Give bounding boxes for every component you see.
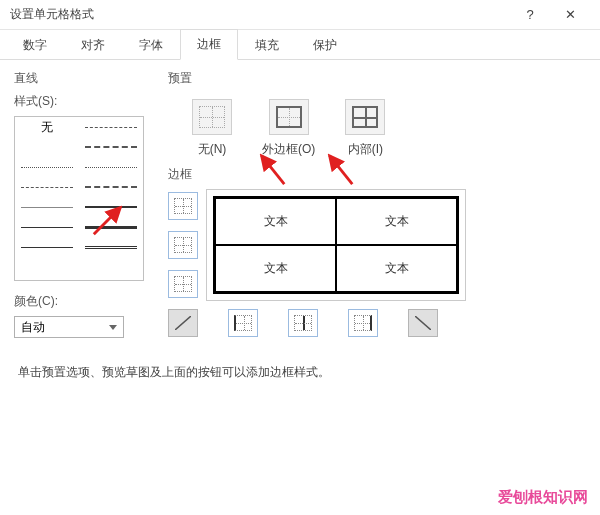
preview-cell: 文本 [336,245,457,292]
diagonal-up-icon [175,316,191,330]
preview-cell: 文本 [215,198,336,245]
color-value: 自动 [21,319,45,336]
preset-none-button[interactable] [192,99,232,135]
border-diag-up-button[interactable] [168,309,198,337]
tab-border[interactable]: 边框 [180,29,238,60]
tab-bar: 数字 对齐 字体 边框 填充 保护 [0,30,600,60]
preview-cell: 文本 [215,245,336,292]
border-vmiddle-button[interactable] [288,309,318,337]
preset-section-label: 预置 [168,70,586,87]
titlebar: 设置单元格格式 ? ✕ [0,0,600,30]
color-label: 颜色(C): [14,293,154,310]
border-bottom-button[interactable] [168,270,198,298]
border-section-label: 边框 [168,166,586,183]
tab-fill[interactable]: 填充 [238,30,296,60]
preset-inside-button[interactable] [345,99,385,135]
help-button[interactable]: ? [510,7,550,22]
style-none-label: 无 [41,119,53,136]
line-section-label: 直线 [14,70,154,87]
style-label: 样式(S): [14,93,154,110]
close-button[interactable]: ✕ [550,7,590,22]
tab-number[interactable]: 数字 [6,30,64,60]
tab-alignment[interactable]: 对齐 [64,30,122,60]
color-dropdown[interactable]: 自动 [14,316,124,338]
tab-font[interactable]: 字体 [122,30,180,60]
border-diag-down-button[interactable] [408,309,438,337]
diagonal-down-icon [415,316,431,330]
preset-inside-label: 内部(I) [348,141,383,158]
border-preview[interactable]: 文本 文本 文本 文本 [206,189,466,301]
help-text: 单击预置选项、预览草图及上面的按钮可以添加边框样式。 [0,338,600,381]
preset-outline-label: 外边框(O) [262,141,315,158]
border-top-button[interactable] [168,192,198,220]
svg-line-1 [415,316,431,330]
line-style-list[interactable]: 无 [14,116,144,281]
window-title: 设置单元格格式 [10,6,510,23]
border-left-button[interactable] [228,309,258,337]
svg-line-0 [175,316,191,330]
preview-cell: 文本 [336,198,457,245]
preset-none-label: 无(N) [198,141,227,158]
border-hmiddle-button[interactable] [168,231,198,259]
border-right-button[interactable] [348,309,378,337]
watermark: 爱刨根知识网 [498,488,588,507]
chevron-down-icon [109,325,117,330]
preset-outline-button[interactable] [269,99,309,135]
tab-protection[interactable]: 保护 [296,30,354,60]
